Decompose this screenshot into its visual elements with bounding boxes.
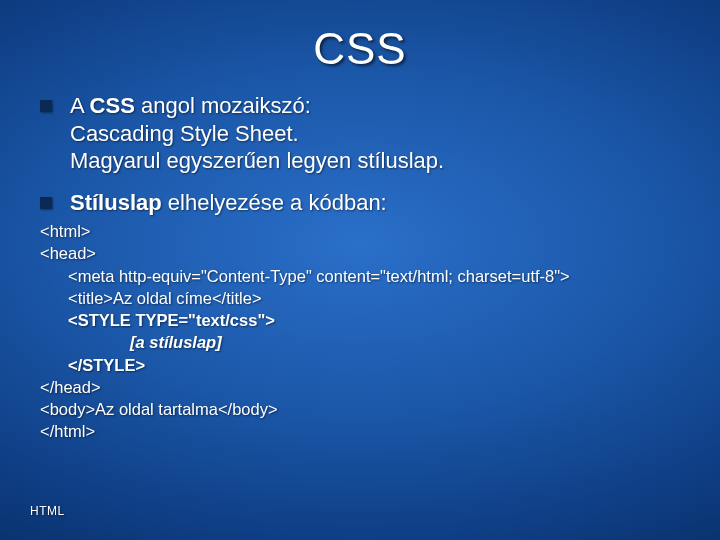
text-span: A <box>70 93 90 118</box>
bullet-text: Stíluslap elhelyezése a kódban: <box>70 189 387 217</box>
text-bold: Stíluslap <box>70 190 162 215</box>
bullet-text: A CSS angol mozaikszó: Cascading Style S… <box>70 92 444 175</box>
slide-body: A CSS angol mozaikszó: Cascading Style S… <box>0 74 720 443</box>
text-span: angol mozaikszó: <box>135 93 311 118</box>
text-bold: CSS <box>90 93 135 118</box>
code-line: <STYLE TYPE="text/css"> <box>40 309 680 331</box>
code-line: <meta http-equiv="Content-Type" content=… <box>40 265 680 287</box>
code-line: </html> <box>40 420 680 442</box>
text-span: elhelyezése a kódban: <box>162 190 387 215</box>
footer-label: HTML <box>30 504 65 518</box>
code-line: <body>Az oldal tartalma</body> <box>40 398 680 420</box>
text-line: Cascading Style Sheet. <box>70 121 299 146</box>
slide-title: CSS <box>0 0 720 74</box>
slide: CSS A CSS angol mozaikszó: Cascading Sty… <box>0 0 720 540</box>
code-line: <html> <box>40 220 680 242</box>
text-line: Magyarul egyszerűen legyen stíluslap. <box>70 148 444 173</box>
code-line: <head> <box>40 242 680 264</box>
bullet-item: A CSS angol mozaikszó: Cascading Style S… <box>40 92 680 175</box>
code-line: </head> <box>40 376 680 398</box>
code-line: <title>Az oldal címe</title> <box>40 287 680 309</box>
square-bullet-icon <box>40 100 52 112</box>
code-block: <html> <head> <meta http-equiv="Content-… <box>40 220 680 443</box>
code-line: </STYLE> <box>40 354 680 376</box>
bullet-item: Stíluslap elhelyezése a kódban: <box>40 189 680 217</box>
code-line: [a stíluslap] <box>40 331 680 353</box>
square-bullet-icon <box>40 197 52 209</box>
